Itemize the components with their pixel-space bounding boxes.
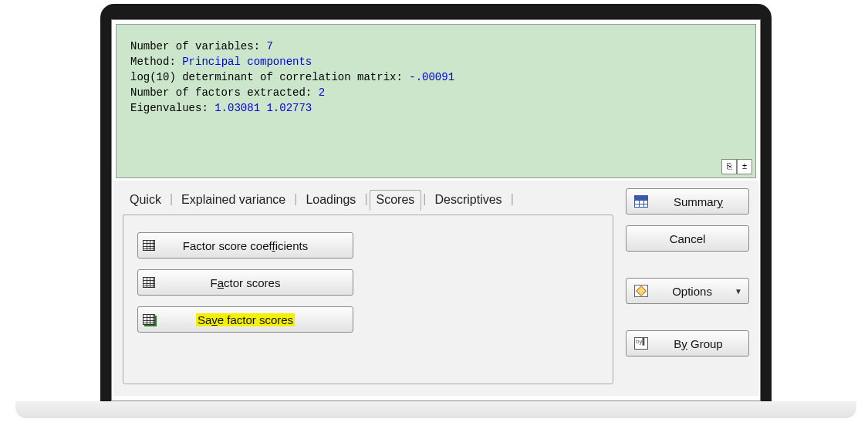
tab-scores[interactable]: Scores (370, 190, 422, 211)
by-group-button[interactable]: by▌ By Group (626, 330, 749, 357)
tab-quick[interactable]: Quick (123, 190, 168, 210)
summary-button[interactable]: Summary (626, 188, 749, 215)
output-value: -.00091 (409, 71, 454, 83)
output-value: Principal components (182, 56, 312, 68)
output-line-method: Method: Principal components (130, 54, 741, 69)
laptop-frame: Number of variables: 7 Method: Principal… (100, 4, 772, 401)
button-label: Summary (654, 195, 742, 208)
tab-separator: | (509, 192, 515, 206)
output-panel: Number of variables: 7 Method: Principal… (116, 24, 756, 178)
tab-label: Quick (130, 193, 161, 207)
tab-separator: | (168, 192, 174, 206)
output-label: Number of variables: (130, 40, 266, 52)
left-column: Quick | Explained variance | Loadings | … (123, 188, 613, 388)
output-line-determinant: log(10) determinant of correlation matri… (130, 69, 741, 85)
tab-separator: | (363, 192, 369, 206)
grid-icon (138, 277, 160, 288)
factor-score-coefficients-button[interactable]: Factor score coefficients (137, 232, 353, 259)
options-icon (633, 285, 650, 297)
tab-content-scores: Factor score coefficients Factor scores … (123, 215, 613, 384)
button-label: Factor scores (160, 276, 353, 289)
tab-label: Explained variance (181, 193, 285, 207)
dialog-window: Number of variables: 7 Method: Principal… (111, 19, 761, 401)
factor-scores-button[interactable]: Factor scores (137, 269, 353, 296)
output-value: 7 (266, 40, 272, 52)
output-label: Method: (130, 56, 182, 68)
tab-label: Loadings (306, 193, 356, 207)
tab-separator: | (421, 192, 427, 206)
chevron-down-icon: ▼ (735, 287, 742, 296)
output-label: Number of factors extracted: (130, 86, 319, 99)
tab-descriptives[interactable]: Descriptives (427, 190, 508, 210)
save-factor-scores-button[interactable]: Save factor scores (137, 306, 353, 333)
summary-icon (633, 195, 650, 208)
options-button[interactable]: Options ▼ (626, 278, 749, 304)
button-label: Cancel (633, 232, 742, 245)
tab-loadings[interactable]: Loadings (299, 190, 363, 210)
by-group-icon: by▌ (633, 337, 650, 350)
button-label: Options (654, 285, 730, 298)
button-label: Factor score coefficients (160, 239, 353, 252)
tab-bar: Quick | Explained variance | Loadings | … (123, 188, 613, 210)
output-toolbar: ⎘ ± (721, 159, 752, 174)
cancel-button[interactable]: Cancel (626, 225, 749, 252)
output-label: Eigenvalues: (130, 102, 214, 114)
dialog-body: Quick | Explained variance | Loadings | … (113, 181, 758, 396)
button-label: By Group (654, 337, 742, 350)
spacer (626, 315, 749, 319)
tab-separator: | (292, 192, 299, 206)
button-label: Save factor scores (160, 313, 353, 326)
output-value: 1.03081 1.02773 (214, 102, 312, 114)
tab-explained-variance[interactable]: Explained variance (174, 190, 292, 210)
output-label: log(10) determinant of correlation matri… (130, 71, 409, 83)
collapse-icon: ± (742, 159, 748, 174)
output-line-eigenvalues: Eigenvalues: 1.03081 1.02773 (130, 100, 741, 116)
output-value: 2 (319, 86, 325, 99)
copy-icon: ⎘ (727, 159, 732, 174)
output-line-variables: Number of variables: 7 (130, 39, 741, 54)
copy-output-icon[interactable]: ⎘ (721, 159, 737, 174)
tab-label: Scores (377, 193, 415, 207)
collapse-output-icon[interactable]: ± (737, 159, 752, 174)
right-column: Summary Cancel Options ▼ by▌ By Group (626, 188, 749, 388)
spacer (626, 262, 749, 267)
grid-icon (138, 240, 160, 251)
output-line-factors: Number of factors extracted: 2 (130, 85, 741, 100)
tab-label: Descriptives (434, 193, 502, 207)
laptop-base (15, 401, 856, 418)
grid-save-icon (138, 314, 160, 325)
